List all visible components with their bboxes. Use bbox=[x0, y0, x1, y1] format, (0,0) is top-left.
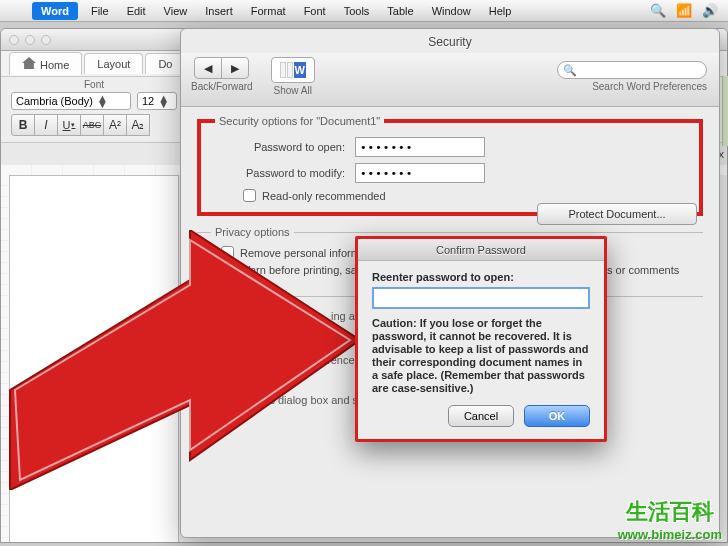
menu-format[interactable]: Format bbox=[242, 5, 295, 17]
forward-button[interactable]: ▶ bbox=[221, 57, 249, 79]
macro-security-legend: Macro Security bbox=[211, 290, 292, 302]
reenter-password-label: Reenter password to open: bbox=[372, 271, 590, 283]
subscript-button[interactable]: A₂ bbox=[126, 114, 150, 136]
cancel-button[interactable]: Cancel bbox=[448, 405, 514, 427]
back-button[interactable]: ◀ bbox=[194, 57, 222, 79]
warn-print-label: Warn before printing, savi bbox=[240, 264, 365, 276]
macos-menubar: Word File Edit View Insert Format Font T… bbox=[0, 0, 728, 22]
prefs-search-label: Search Word Preferences bbox=[592, 81, 707, 92]
show-all-button[interactable]: W bbox=[271, 57, 315, 83]
prefs-search-input[interactable] bbox=[557, 61, 707, 79]
pw-open-label: Password to open: bbox=[215, 141, 345, 153]
watermark-text: 生活百科 bbox=[618, 497, 722, 527]
italic-button[interactable]: I bbox=[34, 114, 58, 136]
vertical-ruler bbox=[1, 175, 9, 543]
caution-text: Caution: If you lose or forget the passw… bbox=[372, 317, 590, 395]
menu-edit[interactable]: Edit bbox=[118, 5, 155, 17]
document-page[interactable] bbox=[9, 175, 179, 543]
sidebar-sliver bbox=[722, 76, 728, 146]
prefs-title: Security bbox=[181, 29, 719, 53]
warn-print-tail: es or comments bbox=[601, 264, 679, 276]
reenter-password-input[interactable] bbox=[372, 287, 590, 309]
bold-button[interactable]: B bbox=[11, 114, 35, 136]
wifi-icon[interactable]: 📶 bbox=[676, 3, 692, 18]
protect-document-button[interactable]: Protect Document... bbox=[537, 203, 697, 225]
menu-window[interactable]: Window bbox=[423, 5, 480, 17]
security-options-group: Security options for "Document1" Passwor… bbox=[197, 115, 703, 216]
font-size-select[interactable]: 12▲▼ bbox=[137, 92, 177, 110]
read-only-checkbox[interactable] bbox=[243, 189, 256, 202]
menu-file[interactable]: File bbox=[82, 5, 118, 17]
superscript-button[interactable]: A² bbox=[103, 114, 127, 136]
show-all-label: Show All bbox=[274, 85, 312, 96]
pw-modify-label: Password to modify: bbox=[215, 167, 345, 179]
confirm-titlebar: Confirm Password bbox=[358, 239, 604, 261]
tab-layout[interactable]: Layout bbox=[84, 53, 143, 74]
remove-personal-checkbox[interactable] bbox=[221, 246, 234, 259]
app-menu[interactable]: Word bbox=[32, 2, 78, 20]
pw-open-input[interactable] bbox=[355, 137, 485, 157]
menu-insert[interactable]: Insert bbox=[196, 5, 242, 17]
sound-icon[interactable]: 🔊 bbox=[702, 3, 718, 18]
confirm-password-dialog: Confirm Password Reenter password to ope… bbox=[355, 236, 607, 442]
menu-help[interactable]: Help bbox=[480, 5, 521, 17]
font-group-label: Font bbox=[11, 79, 177, 90]
ok-button[interactable]: OK bbox=[524, 405, 590, 427]
search-icon: 🔍 bbox=[563, 64, 577, 77]
tab-home[interactable]: Home bbox=[9, 52, 82, 75]
home-icon bbox=[22, 57, 36, 69]
watermark-badge: 生活百科 www.bimeiz.com bbox=[618, 497, 722, 542]
menu-font[interactable]: Font bbox=[295, 5, 335, 17]
read-only-label: Read-only recommended bbox=[262, 190, 386, 202]
menu-table[interactable]: Table bbox=[378, 5, 422, 17]
remove-personal-label: Remove personal informat bbox=[240, 247, 369, 259]
strike-button[interactable]: ABC bbox=[80, 114, 104, 136]
back-forward-label: Back/Forward bbox=[191, 81, 253, 92]
security-options-legend: Security options for "Document1" bbox=[215, 115, 384, 127]
menu-tools[interactable]: Tools bbox=[335, 5, 379, 17]
prefs-toolbar: ◀ ▶ Back/Forward W Show All 🔍 Search Wor… bbox=[181, 53, 719, 107]
font-name-select[interactable]: Cambria (Body)▲▼ bbox=[11, 92, 131, 110]
watermark-url: www.bimeiz.com bbox=[618, 527, 722, 542]
pw-modify-input[interactable] bbox=[355, 163, 485, 183]
word-w-icon: W bbox=[294, 62, 306, 78]
privacy-options-legend: Privacy options bbox=[211, 226, 294, 238]
underline-button[interactable]: U▾ bbox=[57, 114, 81, 136]
menu-view[interactable]: View bbox=[155, 5, 197, 17]
warn-print-checkbox[interactable] bbox=[221, 263, 234, 276]
spotlight-icon[interactable]: 🔍 bbox=[650, 3, 666, 18]
